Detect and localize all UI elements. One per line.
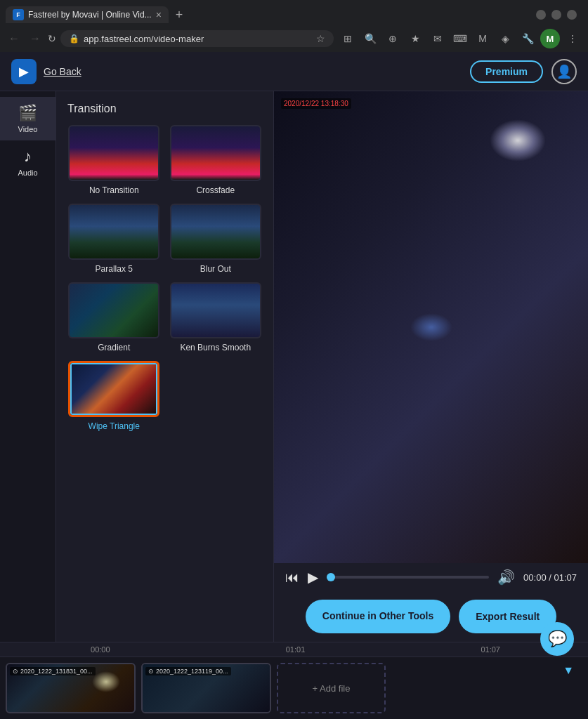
panel-title: Transition <box>67 103 262 115</box>
maximize-button[interactable]: □ <box>551 10 561 20</box>
clock-icon: ⊙ <box>13 668 18 675</box>
lock-icon: 🔒 <box>69 34 79 44</box>
transition-thumb-gradient <box>68 282 159 338</box>
progress-bar[interactable] <box>327 576 489 579</box>
volume-icon[interactable]: 🔊 <box>497 569 515 586</box>
chat-widget-button[interactable]: 💬 <box>540 622 574 656</box>
browser-chrome: F Fastreel by Movavi | Online Vid... × +… <box>0 0 588 52</box>
transition-thumb-no-transition <box>68 125 159 181</box>
video-content: 2020/12/22 13:18:30 <box>274 91 588 563</box>
video-controls: ⏮ ▶ 🔊 00:00 / 01:07 <box>274 563 588 591</box>
tab-favicon: F <box>13 9 24 20</box>
sidebar-video-label: Video <box>18 125 38 133</box>
clip-1[interactable]: ⊙ 2020_1222_131831_00... <box>6 663 136 713</box>
transition-label-ken-burns: Ken Burns Smooth <box>180 343 251 352</box>
transition-thumb-parallax5 <box>68 204 159 260</box>
url-bar[interactable]: 🔒 app.fastreel.com/video-maker ☆ <box>60 30 334 47</box>
menu-icon[interactable]: ⋮ <box>563 29 582 48</box>
clip-2-label: ⊙ 2020_1222_123119_00... <box>145 667 231 675</box>
continue-label: Continue in Other Tools <box>322 610 433 621</box>
transition-thumb-wipe-triangle <box>68 361 159 417</box>
new-tab-button[interactable]: + <box>171 6 188 24</box>
transition-crossfade[interactable]: Crossfade <box>169 125 263 195</box>
app-logo: ▶ <box>11 59 37 84</box>
transition-thumb-blur-out <box>170 204 261 260</box>
light-flare <box>490 119 546 161</box>
transition-thumb-ken-burns <box>170 282 261 338</box>
chat-arrow-icon: ▼ <box>563 664 574 677</box>
add-file-label: + Add file <box>313 683 351 694</box>
timeline-clips: ⊙ 2020_1222_131831_00... ⊙ 2020_1222_123… <box>0 657 588 719</box>
play-button[interactable]: ▶ <box>308 569 318 586</box>
sidebar-audio-label: Audio <box>18 169 37 177</box>
screen-capture-icon[interactable]: ⊞ <box>338 29 358 48</box>
puzzle-icon[interactable]: 🔧 <box>518 29 537 48</box>
extensions-icon[interactable]: ⊕ <box>383 29 403 48</box>
user-icon[interactable]: 👤 <box>551 59 577 84</box>
app-container: ▶ Go Back Premium 👤 🎬 Video ♪ Audio Tran… <box>0 52 588 719</box>
tab-close-button[interactable]: × <box>156 9 162 20</box>
active-tab[interactable]: F Fastreel by Movavi | Online Vid... × <box>6 6 169 23</box>
transition-wipe-triangle[interactable]: Wipe Triangle <box>67 361 161 431</box>
transition-label-parallax5: Parallax 5 <box>96 264 133 274</box>
time-display: 00:00 / 01:07 <box>523 572 577 583</box>
main-content: 🎬 Video ♪ Audio Transition No Transition <box>0 91 588 642</box>
transition-label-gradient: Gradient <box>98 343 130 352</box>
transition-gradient[interactable]: Gradient <box>67 282 161 352</box>
add-file-button[interactable]: + Add file <box>277 663 386 713</box>
refresh-button[interactable]: ↻ <box>48 33 56 44</box>
transitions-grid: No Transition Crossfade Parallax 5 <box>67 125 262 431</box>
ruler-mark-1: 01:01 <box>198 645 393 654</box>
transition-panel: Transition No Transition Crossfade <box>56 91 274 642</box>
transition-blur-out[interactable]: Blur Out <box>169 204 263 274</box>
forward-button[interactable]: → <box>27 31 44 46</box>
transition-label-blur-out: Blur Out <box>200 264 231 274</box>
transition-parallax5[interactable]: Parallax 5 <box>67 204 161 274</box>
sidebar-item-video[interactable]: 🎬 Video <box>0 97 55 140</box>
address-bar: ← → ↻ 🔒 app.fastreel.com/video-maker ☆ ⊞… <box>0 25 588 52</box>
sidebar-item-audio[interactable]: ♪ Audio <box>0 140 55 184</box>
transition-label-no-transition: No Transition <box>89 185 139 195</box>
wallet-icon[interactable]: ◈ <box>495 29 515 48</box>
continue-button[interactable]: Continue in Other Tools <box>306 600 450 633</box>
bookmark-icon[interactable]: ☆ <box>316 33 325 44</box>
tab-bar: F Fastreel by Movavi | Online Vid... × +… <box>0 0 588 25</box>
clip-2[interactable]: ⊙ 2020_1222_123119_00... <box>141 663 271 713</box>
video-timestamp: 2020/12/22 13:18:30 <box>281 98 351 109</box>
transition-label-wipe-triangle: Wipe Triangle <box>89 421 140 431</box>
timeline-ruler: 00:00 01:01 01:07 <box>0 642 588 657</box>
close-button[interactable]: ✕ <box>567 10 577 20</box>
dev-icon[interactable]: ⌨ <box>450 29 470 48</box>
favorites-icon[interactable]: ★ <box>405 29 425 48</box>
transition-no-transition[interactable]: No Transition <box>67 125 161 195</box>
transition-ken-burns[interactable]: Ken Burns Smooth <box>169 282 263 352</box>
app-header: ▶ Go Back Premium 👤 <box>0 52 588 91</box>
video-icon: 🎬 <box>18 104 37 122</box>
clip-1-label: ⊙ 2020_1222_131831_00... <box>10 667 96 675</box>
url-text: app.fastreel.com/video-maker <box>84 34 312 44</box>
go-back-button[interactable]: Go Back <box>44 66 81 77</box>
mail-icon[interactable]: ✉ <box>428 29 447 48</box>
export-label: Export Result <box>476 611 540 622</box>
skip-back-button[interactable]: ⏮ <box>285 569 299 586</box>
movavi-icon[interactable]: M <box>473 29 492 48</box>
clip-2-filename: 2020_1222_123119_00... <box>156 668 228 675</box>
sidebar: 🎬 Video ♪ Audio <box>0 91 56 642</box>
toolbar-icons: ⊞ 🔍 ⊕ ★ ✉ ⌨ M ◈ 🔧 M ⋮ <box>338 29 582 48</box>
audio-icon: ♪ <box>24 147 32 166</box>
transition-label-crossfade: Crossfade <box>196 185 235 195</box>
video-preview: 2020/12/22 13:18:30 <box>274 91 588 563</box>
window-controls: — □ ✕ <box>536 10 582 20</box>
back-button[interactable]: ← <box>6 31 22 46</box>
premium-button[interactable]: Premium <box>470 60 543 83</box>
minimize-button[interactable]: — <box>536 10 546 20</box>
export-button[interactable]: Export Result <box>459 600 556 633</box>
clip-1-filename: 2020_1222_131831_00... <box>20 668 93 675</box>
progress-indicator <box>327 573 335 581</box>
clock-icon-2: ⊙ <box>148 668 154 675</box>
tab-title: Fastreel by Movavi | Online Vid... <box>28 10 152 20</box>
preview-area: 2020/12/22 13:18:30 ⏮ ▶ 🔊 00:00 / 01:07 … <box>274 91 588 642</box>
search-icon[interactable]: 🔍 <box>360 29 380 48</box>
ruler-mark-0: 00:00 <box>3 645 198 654</box>
profile-avatar[interactable]: M <box>540 29 560 48</box>
